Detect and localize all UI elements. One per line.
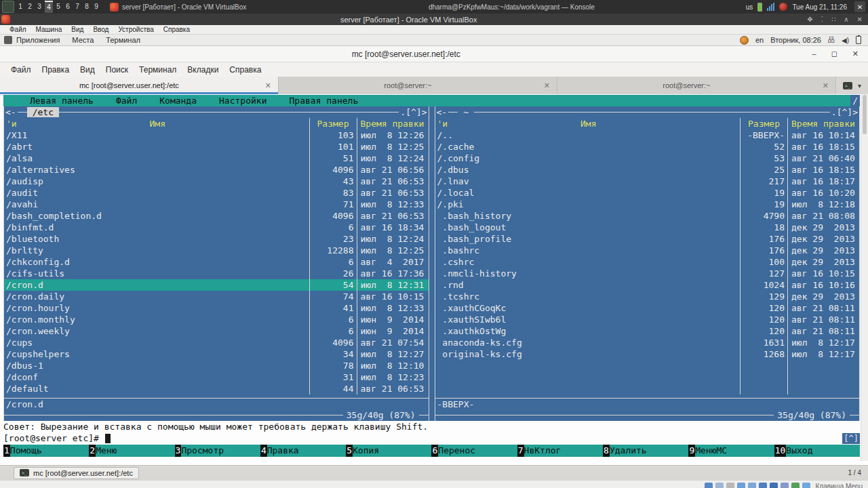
close-icon[interactable]: ✕ <box>852 49 859 58</box>
file-row[interactable]: .xauthkOstWg 120 авг 21 08:11 <box>435 325 860 337</box>
guest-clock[interactable]: Вторник, 08:26 <box>770 36 821 44</box>
workspace-button[interactable]: 1 <box>16 1 24 13</box>
file-row[interactable]: anaconda-ks.cfg 1631 июл 8 12:17 <box>435 337 860 348</box>
terminal-menu-item[interactable]: Вкладки <box>187 65 218 75</box>
file-row[interactable]: .bash_logout 18 дек 29 2013 <box>435 222 860 233</box>
function-key-button[interactable]: 5 Копия <box>346 445 431 457</box>
panel-corner-right[interactable]: .[^]> <box>399 107 428 117</box>
tab-list-dropdown-icon[interactable]: ▾ <box>858 82 861 89</box>
column-size[interactable]: Размер <box>740 118 787 129</box>
file-row[interactable]: .rnd 1024 авг 16 10:16 <box>435 279 860 291</box>
battery-icon[interactable] <box>757 3 762 12</box>
terminal-scrollbar[interactable] <box>861 94 868 461</box>
function-key-button[interactable]: 3 Просмотр <box>175 445 260 457</box>
volume-icon[interactable]: ◀) <box>842 37 849 44</box>
file-row[interactable]: /alternatives 4096 авг 21 06:56 <box>4 164 429 176</box>
file-row[interactable]: original-ks.cfg 1268 июл 8 12:17 <box>435 348 860 360</box>
workspace-button[interactable]: 5 <box>54 1 62 13</box>
file-row[interactable]: /abrt 101 июл 8 12:25 <box>4 141 429 152</box>
vbox-menu-item[interactable]: Файл <box>9 26 26 33</box>
file-row[interactable]: /X11 103 июл 8 12:26 <box>4 129 429 141</box>
vbox-menu-item[interactable]: Ввод <box>93 26 108 33</box>
mc-menu-left-panel[interactable]: Левая панель <box>30 95 94 106</box>
file-row[interactable]: /avahi 71 июл 8 12:33 <box>4 199 429 210</box>
left-panel-path[interactable]: /etc <box>27 107 59 117</box>
file-row[interactable]: .nmcli-history 127 авг 16 10:15 <box>435 268 860 279</box>
function-key-button[interactable]: 6 Перенос <box>431 445 517 457</box>
file-row[interactable]: /cups 4096 авг 21 07:54 <box>4 337 429 348</box>
file-row[interactable]: /chkconfig.d 6 авг 4 2017 <box>4 256 429 268</box>
file-row[interactable]: /cron.monthly 6 июн 9 2014 <box>4 314 429 325</box>
function-key-button[interactable]: 4 Правка <box>260 445 346 457</box>
vbox-device-icon[interactable] <box>791 483 800 488</box>
panel-corner-left[interactable]: <- <box>4 107 18 117</box>
window-control-icon[interactable]: ∷ <box>831 16 835 23</box>
close-icon[interactable]: ✕ <box>854 1 865 12</box>
function-key-button[interactable]: 10 Выход <box>774 445 860 457</box>
tab-mc[interactable]: mc [root@server.user.net]:/etc ✕ <box>0 77 279 94</box>
vbox-menu-item[interactable]: Машина <box>36 26 62 33</box>
guest-battery-icon[interactable] <box>856 36 861 44</box>
tab-shell-2[interactable]: root@server:~ ✕ <box>557 77 836 94</box>
taskbar-window-button[interactable]: >_ mc [root@server.user.net]:/etc <box>14 467 139 479</box>
host-launcher-icon[interactable] <box>2 1 14 13</box>
file-row[interactable]: /.local 19 авг 16 10:20 <box>435 187 860 199</box>
column-name[interactable]: Имя <box>6 118 309 129</box>
file-row[interactable]: /.cache 52 авг 16 18:15 <box>435 141 860 152</box>
file-row[interactable]: /alsa 51 июл 8 12:24 <box>4 152 429 164</box>
tray-app-icon[interactable] <box>779 3 787 11</box>
function-key-button[interactable]: 9 МенюМС <box>688 445 774 457</box>
function-key-button[interactable]: 1 Помощь <box>3 445 89 457</box>
maximize-icon[interactable]: ◻ <box>831 49 837 58</box>
file-row[interactable]: .bash_history 4790 авг 21 08:08 <box>435 210 860 222</box>
window-control-icon[interactable]: ∧ <box>844 16 848 23</box>
file-row[interactable]: /dconf 31 июл 8 12:23 <box>4 371 429 383</box>
file-row[interactable]: /dbus-1 78 июл 8 12:10 <box>4 360 429 371</box>
file-row[interactable]: /bluetooth 23 июл 8 12:24 <box>4 233 429 245</box>
file-row[interactable]: /cron.hourly 41 июл 8 12:33 <box>4 302 429 314</box>
terminal-menu-item[interactable]: Поиск <box>106 65 128 75</box>
terminal-menu-item[interactable]: Правка <box>42 65 70 75</box>
file-row[interactable]: /.lnav 217 авг 16 18:17 <box>435 176 860 187</box>
network-signal-icon[interactable] <box>767 3 774 11</box>
file-row[interactable]: /default 44 авг 21 06:53 <box>4 383 429 394</box>
mc-menu-right-panel[interactable]: Правая панель <box>289 95 358 106</box>
workspace-button[interactable]: 9 <box>92 1 100 13</box>
tab-shell-1[interactable]: root@server:~ ✕ <box>279 77 557 94</box>
tab-close-icon[interactable]: ✕ <box>537 81 557 90</box>
file-row[interactable]: /.config 53 авг 21 06:40 <box>435 152 860 164</box>
vbox-device-icon[interactable] <box>748 483 756 488</box>
file-row[interactable]: /cifs-utils 26 авг 16 17:36 <box>4 268 429 279</box>
vbox-menu-item[interactable]: Устройства <box>118 26 153 33</box>
function-key-button[interactable]: 2 Меню <box>89 445 174 457</box>
file-row[interactable]: /audisp 43 авг 21 06:53 <box>4 176 429 187</box>
workspace-button[interactable]: 7 <box>73 1 81 13</box>
vbox-device-icon[interactable] <box>737 483 745 488</box>
taskbar-item-virtualbox[interactable]: server [Работает] - Oracle VM VirtualBox <box>106 0 425 14</box>
file-row[interactable]: .xauthCGoqKc 120 авг 21 08:11 <box>435 302 860 314</box>
vbox-device-icon[interactable] <box>705 483 713 488</box>
file-row[interactable]: .xauthSIwb6l 120 авг 21 08:11 <box>435 314 860 325</box>
file-row[interactable]: /audit 83 авг 21 06:53 <box>4 187 429 199</box>
file-row[interactable]: /.pki 19 июл 8 12:18 <box>435 199 860 210</box>
network-icon[interactable]: 品 <box>828 35 835 45</box>
guest-keyboard-layout[interactable]: en <box>755 36 764 44</box>
terminal-menu-item[interactable]: Вид <box>80 65 95 75</box>
host-clock[interactable]: Tue Aug 21, 11:26 <box>792 3 847 11</box>
file-row[interactable]: /.dbus 25 авг 16 18:15 <box>435 164 860 176</box>
vbox-device-icon[interactable] <box>715 483 724 488</box>
function-key-button[interactable]: 7 НвКтлог <box>517 445 603 457</box>
window-control-icon[interactable]: ⁚ <box>821 16 823 23</box>
workspace-pager[interactable]: 1 / 4 <box>848 469 861 476</box>
taskbar-item-konsole[interactable]: dharma@PzKpfwMaus:~/data/work/vagrant — … <box>425 0 743 14</box>
menu-terminal[interactable]: Терминал <box>106 36 140 44</box>
workspace-button[interactable]: 4 <box>45 1 53 13</box>
mc-menu-command[interactable]: Команда <box>159 95 197 106</box>
terminal-titlebar[interactable]: mc [root@server.user.net]:/etc – ◻ ✕ <box>0 46 868 62</box>
scroll-up-indicator[interactable]: [^] <box>842 433 860 444</box>
scrollbar-thumb[interactable] <box>863 95 867 134</box>
terminal-menu-item[interactable]: Терминал <box>139 65 176 75</box>
workspace-button[interactable]: 2 <box>26 1 34 13</box>
column-name[interactable]: Имя <box>437 118 741 129</box>
file-row[interactable]: /binfmt.d 6 авг 16 18:34 <box>4 222 429 233</box>
